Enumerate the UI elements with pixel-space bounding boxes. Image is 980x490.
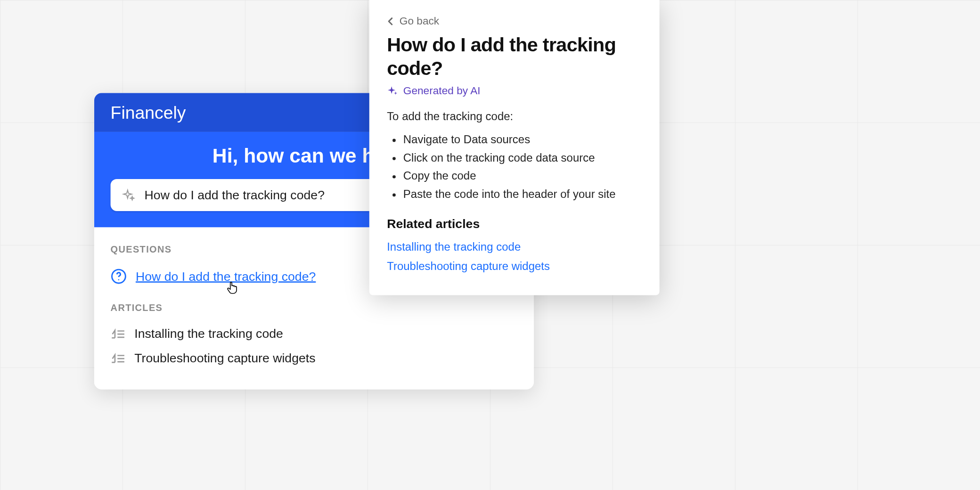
ai-step: Paste the code into the header of your s… <box>403 185 642 203</box>
ai-answer-title: How do I add the tracking code? <box>387 34 642 80</box>
sparkle-icon <box>122 188 136 202</box>
related-article-link[interactable]: Troubleshooting capture widgets <box>387 257 642 276</box>
articles-section-label: ARTICLES <box>111 302 518 313</box>
ai-step: Click on the tracking code data source <box>403 149 642 167</box>
go-back-button[interactable]: Go back <box>387 15 642 28</box>
related-article-link[interactable]: Installing the tracking code <box>387 237 642 257</box>
go-back-label: Go back <box>400 15 439 28</box>
article-item[interactable]: Troubleshooting capture widgets <box>111 346 518 370</box>
ai-answer-intro: To add the tracking code: <box>387 110 642 123</box>
ai-step: Navigate to Data sources <box>403 131 642 148</box>
cursor-hand-icon <box>226 281 239 294</box>
svg-point-1 <box>118 279 120 280</box>
ai-badge-text: Generated by AI <box>403 85 481 98</box>
ai-generated-badge: Generated by AI <box>387 85 642 98</box>
sparkle-icon <box>387 85 398 97</box>
article-link-text: Troubleshooting capture widgets <box>134 351 315 366</box>
chevron-left-icon <box>387 17 394 26</box>
article-link-text: Installing the tracking code <box>134 327 283 341</box>
search-query-text: How do I add the tracking code? <box>145 188 325 203</box>
article-icon <box>111 327 126 340</box>
related-articles-heading: Related articles <box>387 217 642 231</box>
article-item[interactable]: Installing the tracking code <box>111 321 518 346</box>
question-mark-circle-icon <box>111 268 127 285</box>
ai-answer-panel: Go back How do I add the tracking code? … <box>369 0 660 295</box>
ai-step: Copy the code <box>403 167 642 185</box>
article-icon <box>111 352 126 365</box>
ai-steps-list: Navigate to Data sources Click on the tr… <box>387 131 642 203</box>
brand-name: Financely <box>111 103 186 122</box>
